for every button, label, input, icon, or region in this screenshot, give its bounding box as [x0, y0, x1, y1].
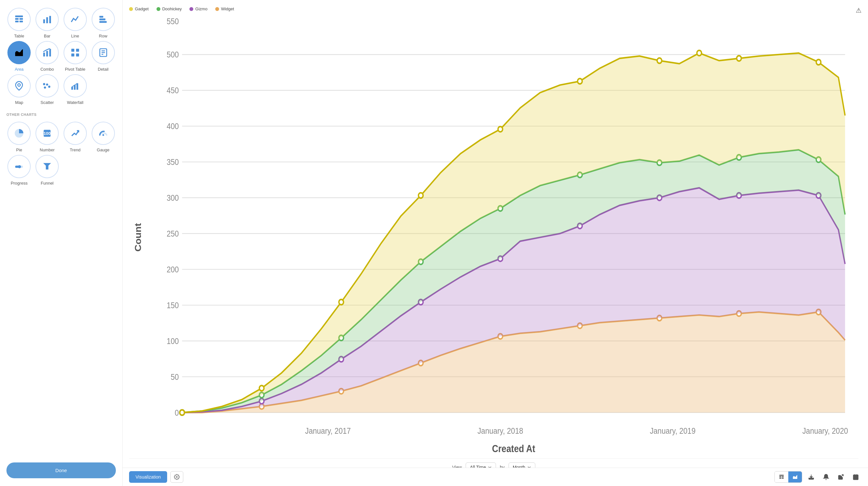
chart-type-funnel[interactable]: Funnel — [34, 155, 60, 186]
chart-type-table[interactable]: Table — [6, 8, 32, 38]
pie-icon — [14, 128, 24, 139]
svg-rect-10 — [99, 21, 107, 23]
all-time-value: All Time — [470, 465, 486, 467]
main-panel: ⚠ Gadget Doohickey Gizmo Widget — [123, 0, 868, 486]
chart-type-bar[interactable]: Bar — [34, 8, 60, 38]
svg-text:500: 500 — [166, 50, 179, 59]
chart-area: ⚠ Gadget Doohickey Gizmo Widget — [123, 0, 868, 467]
svg-text:100: 100 — [43, 131, 51, 136]
svg-text:300: 300 — [166, 193, 179, 203]
svg-text:100: 100 — [166, 336, 179, 345]
chart-type-pivot-table[interactable]: Pivot Table — [63, 41, 88, 72]
trend-icon-wrap — [64, 122, 87, 145]
svg-rect-3 — [15, 21, 19, 22]
bar-label: Bar — [44, 34, 50, 38]
svg-point-24 — [46, 84, 49, 86]
svg-point-23 — [44, 87, 46, 89]
funnel-label: Funnel — [41, 181, 54, 186]
svg-rect-7 — [50, 16, 51, 23]
table-view-button[interactable] — [775, 472, 788, 482]
line-icon-wrap — [64, 8, 87, 31]
chart-type-gauge[interactable]: Gauge — [90, 122, 116, 152]
legend-doohickey: Doohickey — [156, 6, 182, 11]
done-button[interactable]: Done — [6, 462, 116, 478]
other-charts-grid: Pie 100 Number Trend Gauge — [6, 122, 116, 186]
svg-point-25 — [48, 86, 50, 88]
chart-type-pie[interactable]: Pie — [6, 122, 32, 152]
svg-rect-107 — [779, 478, 781, 479]
pivot-label: Pivot Table — [65, 67, 85, 72]
chart-type-line[interactable]: Line — [63, 8, 88, 38]
svg-text:350: 350 — [166, 157, 179, 167]
settings-button[interactable] — [170, 471, 183, 483]
area-chart-svg: 0 50 100 150 200 250 300 350 400 450 500… — [129, 17, 858, 458]
svg-point-99 — [578, 79, 582, 84]
bell-icon — [823, 474, 829, 480]
month-dropdown[interactable]: Month — [508, 462, 535, 467]
waterfall-icon-wrap — [64, 74, 87, 97]
chart-type-row[interactable]: Row — [90, 8, 116, 38]
chart-type-progress[interactable]: Progress — [6, 155, 32, 186]
legend-gizmo: Gizmo — [189, 6, 208, 11]
bell-button[interactable] — [820, 471, 832, 483]
chart-type-detail[interactable]: Detail — [90, 41, 116, 72]
legend-gadget: Gadget — [129, 6, 149, 11]
svg-text:400: 400 — [166, 122, 179, 131]
chart-type-waterfall[interactable]: Waterfall — [63, 74, 88, 105]
sidebar: Table Bar Line Row Area — [0, 0, 123, 486]
waterfall-icon — [70, 81, 80, 91]
table-toggle-icon — [779, 474, 784, 480]
table-icon — [14, 14, 24, 25]
progress-label: Progress — [11, 181, 27, 186]
svg-point-37 — [18, 165, 21, 168]
svg-rect-108 — [782, 478, 784, 479]
chart-type-area[interactable]: Area — [6, 41, 32, 72]
row-label: Row — [99, 34, 107, 38]
pie-icon-wrap — [7, 122, 31, 145]
chart-type-scatter[interactable]: Scatter — [34, 74, 60, 105]
other-charts-section: OTHER CHARTS Pie 100 Number T — [6, 113, 116, 193]
svg-point-26 — [43, 83, 45, 85]
funnel-icon-wrap — [35, 155, 59, 178]
share-button[interactable] — [835, 471, 847, 483]
svg-rect-15 — [76, 49, 79, 52]
calendar-icon — [852, 474, 859, 480]
view-toggle — [774, 471, 802, 483]
chart-type-map[interactable]: Map — [6, 74, 32, 105]
funnel-icon — [42, 161, 52, 172]
svg-rect-11 — [43, 53, 45, 57]
gadget-label: Gadget — [135, 6, 149, 11]
svg-point-98 — [498, 126, 502, 132]
gizmo-dot — [189, 7, 193, 11]
chart-view-button[interactable] — [788, 472, 802, 482]
chart-toggle-icon — [792, 474, 798, 480]
by-label: by — [500, 465, 505, 467]
gauge-icon — [98, 128, 108, 139]
calendar-button[interactable] — [850, 471, 862, 483]
chart-type-grid: Table Bar Line Row Area — [6, 8, 116, 105]
gadget-dot — [129, 7, 133, 11]
svg-rect-8 — [99, 16, 103, 18]
all-time-dropdown[interactable]: All Time — [466, 462, 496, 467]
visualization-button[interactable]: Visualization — [129, 471, 167, 483]
chart-type-number[interactable]: 100 Number — [34, 122, 60, 152]
svg-rect-17 — [76, 54, 79, 57]
trend-label: Trend — [70, 148, 80, 152]
svg-text:January, 2019: January, 2019 — [650, 426, 695, 436]
svg-rect-6 — [46, 17, 48, 23]
svg-text:January, 2017: January, 2017 — [305, 426, 351, 436]
scatter-icon — [42, 81, 52, 91]
doohickey-dot — [156, 7, 160, 11]
pivot-icon-wrap — [64, 41, 87, 64]
table-label: Table — [14, 34, 24, 38]
download-button[interactable] — [805, 471, 817, 483]
svg-rect-2 — [20, 18, 23, 20]
share-icon — [838, 474, 844, 480]
chart-type-trend[interactable]: Trend — [63, 122, 88, 152]
pivot-icon — [70, 48, 80, 58]
chart-type-combo[interactable]: Combo — [34, 41, 60, 72]
svg-point-96 — [339, 300, 343, 305]
chart-svg-container: 0 50 100 150 200 250 300 350 400 450 500… — [129, 17, 858, 458]
combo-icon — [42, 48, 52, 58]
area-icon — [14, 48, 24, 58]
